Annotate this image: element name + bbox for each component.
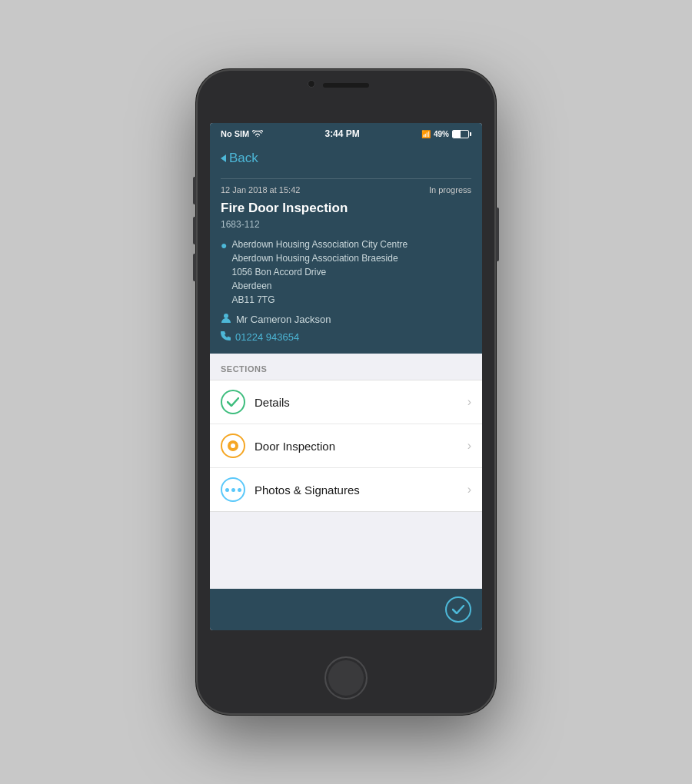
- job-title: Fire Door Inspection: [221, 201, 471, 216]
- dot-3: [238, 488, 241, 492]
- dot-2: [231, 488, 235, 492]
- battery-icon: [452, 130, 471, 138]
- door-inspection-status-circle: [221, 434, 245, 458]
- phone-number: 01224 943654: [235, 331, 299, 343]
- contact-name: Mr Cameron Jackson: [236, 314, 331, 325]
- sections-heading: SECTIONS: [210, 354, 482, 380]
- location-pin-icon: ●: [221, 239, 227, 251]
- three-dots-icon: [225, 488, 241, 492]
- complete-check-icon: [452, 605, 464, 614]
- wifi-icon: [252, 130, 263, 138]
- header-date-row: 12 Jan 2018 at 15:42 In progress: [221, 178, 471, 194]
- nav-bar: Back: [210, 145, 482, 172]
- carrier-label: No SIM: [221, 129, 249, 138]
- details-label: Details: [255, 396, 467, 409]
- back-button[interactable]: Back: [221, 151, 471, 166]
- phone-icon: [221, 331, 231, 343]
- person-icon: [221, 313, 231, 326]
- screen: No SIM 3:44 PM 📶 49%: [210, 123, 482, 630]
- camera: [308, 80, 315, 88]
- section-item-details[interactable]: Details ›: [210, 380, 482, 424]
- bluetooth-icon: 📶: [421, 130, 431, 138]
- address-line3: 1056 Bon Accord Drive: [231, 267, 326, 277]
- back-chevron-icon: [221, 154, 226, 162]
- door-inspection-label: Door Inspection: [255, 440, 467, 453]
- speaker: [323, 83, 369, 88]
- status-badge: In progress: [429, 185, 471, 194]
- door-inspection-chevron-icon: ›: [467, 439, 471, 453]
- time-display: 3:44 PM: [324, 128, 359, 139]
- contact-row: Mr Cameron Jackson: [221, 313, 471, 326]
- complete-button[interactable]: [445, 596, 471, 623]
- status-right: 📶 49%: [421, 130, 471, 138]
- section-item-door-inspection[interactable]: Door Inspection ›: [210, 424, 482, 468]
- section-list: Details › Door Inspection ›: [210, 380, 482, 512]
- details-chevron-icon: ›: [467, 395, 471, 409]
- job-number: 1683-112: [221, 219, 471, 230]
- home-button[interactable]: [324, 656, 368, 699]
- address-line2: Aberdown Housing Association Braeside: [231, 253, 398, 264]
- address-text: Aberdown Housing Association City Centre…: [231, 238, 408, 307]
- svg-point-2: [231, 443, 235, 448]
- details-status-circle: [221, 390, 245, 414]
- photos-chevron-icon: ›: [467, 483, 471, 497]
- photos-label: Photos & Signatures: [255, 483, 467, 497]
- status-bar: No SIM 3:44 PM 📶 49%: [210, 123, 482, 145]
- address-line4: Aberdeen: [231, 281, 271, 291]
- phone-shell: No SIM 3:44 PM 📶 49%: [196, 69, 496, 715]
- checkmark-icon: [227, 397, 239, 407]
- job-date: 12 Jan 2018 at 15:42: [221, 185, 300, 194]
- section-item-photos-signatures[interactable]: Photos & Signatures ›: [210, 468, 482, 511]
- address-line5: AB11 7TG: [231, 294, 274, 305]
- phone-row: 01224 943654: [221, 331, 471, 343]
- svg-point-0: [224, 314, 228, 318]
- bottom-bar: [210, 589, 482, 630]
- address-row: ● Aberdown Housing Association City Cent…: [221, 238, 471, 307]
- dot-1: [225, 488, 229, 492]
- address-line1: Aberdown Housing Association City Centre: [231, 239, 408, 250]
- battery-percent: 49%: [434, 130, 449, 138]
- photos-status-circle: [221, 477, 245, 502]
- sections-area: SECTIONS Details ›: [210, 354, 482, 589]
- header-info: 12 Jan 2018 at 15:42 In progress Fire Do…: [210, 172, 482, 354]
- back-label: Back: [229, 151, 258, 166]
- in-progress-icon: [225, 438, 241, 453]
- status-left: No SIM: [221, 129, 263, 138]
